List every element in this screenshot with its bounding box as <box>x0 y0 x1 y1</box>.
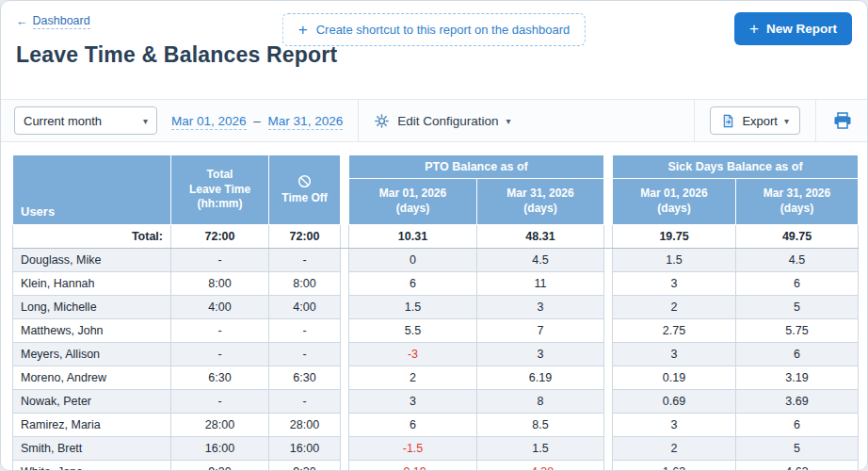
column-gap <box>604 155 613 225</box>
edit-configuration-label: Edit Configuration <box>397 114 498 128</box>
col-header-time-off: Time Off <box>269 155 341 225</box>
total-leave-time-value: 6:30 <box>171 366 269 390</box>
pto-balance-end-value: 8.5 <box>477 414 604 437</box>
sick-balance-start-value: 2.75 <box>613 319 736 343</box>
column-gap <box>341 390 349 414</box>
user-row: White, Jane 9:30 9:30 -9.19 -4.38 1.63 4… <box>13 461 859 471</box>
sick-balance-end-value: 6 <box>736 343 859 366</box>
user-name: Smith, Brett <box>13 437 171 461</box>
print-icon <box>833 112 852 130</box>
gear-icon <box>374 113 390 129</box>
user-name: Long, Michelle <box>13 296 171 319</box>
user-name: Nowak, Peter <box>13 390 171 414</box>
pto-balance-end-value: 6.19 <box>477 366 604 390</box>
time-off-icon <box>297 174 312 188</box>
column-gap <box>341 296 349 319</box>
sick-balance-end-value: 6 <box>736 414 859 437</box>
sick-balance-end-value: 5.75 <box>736 319 859 343</box>
page-title: Leave Time & Balances Report <box>16 42 337 68</box>
pto-balance-start-value: 5.5 <box>349 319 477 343</box>
time-off-value: - <box>269 390 341 414</box>
pto-balance-end-value: -4.38 <box>477 461 604 471</box>
total-leave-time-value: - <box>171 249 269 272</box>
sick-balance-start-value: 0.19 <box>613 366 736 390</box>
total-leave-time-value: 8:00 <box>171 272 269 296</box>
sick-balance-start-value: 3 <box>613 414 736 437</box>
pto-balance-end-value: 3 <box>477 296 604 319</box>
col-header-users: Users <box>13 155 171 225</box>
sick-balance-start-value: 0.69 <box>613 390 736 414</box>
new-report-label: New Report <box>766 22 837 36</box>
pto-balance-end-value: 7 <box>477 319 604 343</box>
user-row: Nowak, Peter - - 3 8 0.69 3.69 <box>13 390 859 414</box>
column-gap <box>604 437 613 461</box>
user-row: Moreno, Andrew 6:30 6:30 2 6.19 0.19 3.1… <box>13 366 859 390</box>
create-shortcut-button[interactable]: + Create shortcut to this report on the … <box>282 13 586 46</box>
sick-balance-start-value: 3 <box>613 343 736 366</box>
back-arrow-icon: ← <box>16 15 28 28</box>
pto-balance-end-value: 4.5 <box>477 249 604 272</box>
sick-balance-end-value: 5 <box>736 437 859 461</box>
pto-balance-start-value: -3 <box>349 343 477 366</box>
report-table-body: Total: 72:00 72:00 10.31 48.31 19.75 49.… <box>13 225 859 471</box>
time-off-value: 16:00 <box>269 437 341 461</box>
print-button[interactable] <box>831 110 854 132</box>
toolbar-divider <box>694 100 695 141</box>
column-gap <box>341 249 349 272</box>
pto-balance-start-value: 6 <box>349 272 477 296</box>
total-leave-time-value: - <box>171 319 269 343</box>
sick-balance-end-value: 6 <box>736 272 859 296</box>
column-gap <box>341 272 349 296</box>
sick-balance-end-value: 5 <box>736 296 859 319</box>
pto-start-total: 10.31 <box>349 225 477 249</box>
column-gap <box>341 366 349 390</box>
table-header-row: Users Total Leave Time (hh:mm) Time Off … <box>13 155 859 179</box>
total-leave-time-value: - <box>171 343 269 366</box>
total-leave-time-value: 4:00 <box>171 296 269 319</box>
pto-balance-end-value: 3 <box>477 343 604 366</box>
date-from-link[interactable]: Mar 01, 2026 <box>171 114 247 130</box>
page-header: ← Dashboard + Create shortcut to this re… <box>1 1 867 99</box>
sick-balance-start-value: 1.5 <box>613 249 736 272</box>
sick-balance-start-value: 2 <box>613 437 736 461</box>
user-name: Meyers, Allison <box>13 343 171 366</box>
pto-balance-start-value: 1.5 <box>349 296 477 319</box>
pto-balance-end-value: 8 <box>477 390 604 414</box>
period-select-value: Current month <box>24 114 102 128</box>
date-to-link[interactable]: Mar 31, 2026 <box>268 114 344 130</box>
col-group-pto-balance: PTO Balance as of <box>349 155 604 179</box>
column-gap <box>604 225 613 249</box>
chevron-down-icon: ▾ <box>784 116 789 126</box>
user-name: White, Jane <box>13 461 171 471</box>
column-gap <box>604 390 613 414</box>
pto-end-total: 48.31 <box>477 225 604 249</box>
total-leave-time-value: 28:00 <box>171 414 269 437</box>
create-shortcut-label: Create shortcut to this report on the da… <box>316 23 571 37</box>
pto-balance-start-value: 6 <box>349 414 477 437</box>
pto-balance-end-value: 11 <box>477 272 604 296</box>
total-row-label: Total: <box>13 225 171 249</box>
date-range-separator: – <box>253 114 261 128</box>
user-row: Matthews, John - - 5.5 7 2.75 5.75 <box>13 319 859 343</box>
pto-balance-end-value: 1.5 <box>477 437 604 461</box>
back-to-dashboard-link[interactable]: ← Dashboard <box>16 14 90 29</box>
col-group-sick-days-balance: Sick Days Balance as of <box>613 155 859 179</box>
edit-configuration-button[interactable]: Edit Configuration ▾ <box>374 113 510 129</box>
new-report-button[interactable]: + New Report <box>734 12 852 45</box>
time-off-value: 4:00 <box>269 296 341 319</box>
total-leave-time-value: 16:00 <box>171 437 269 461</box>
period-select[interactable]: Current month ▾ <box>14 106 157 135</box>
column-gap <box>604 296 613 319</box>
total-leave-time-value: - <box>171 390 269 414</box>
sick-balance-start-value: 2 <box>613 296 736 319</box>
back-link-label: Dashboard <box>33 14 90 29</box>
column-gap <box>341 414 349 437</box>
column-gap <box>341 437 349 461</box>
export-button[interactable]: Export ▾ <box>710 106 800 135</box>
user-row: Ramirez, Maria 28:00 28:00 6 8.5 3 6 <box>13 414 859 437</box>
column-gap <box>341 461 349 471</box>
export-label: Export <box>742 114 778 128</box>
column-gap <box>341 343 349 366</box>
pto-balance-start-value: -1.5 <box>349 437 477 461</box>
plus-icon: + <box>298 22 308 38</box>
